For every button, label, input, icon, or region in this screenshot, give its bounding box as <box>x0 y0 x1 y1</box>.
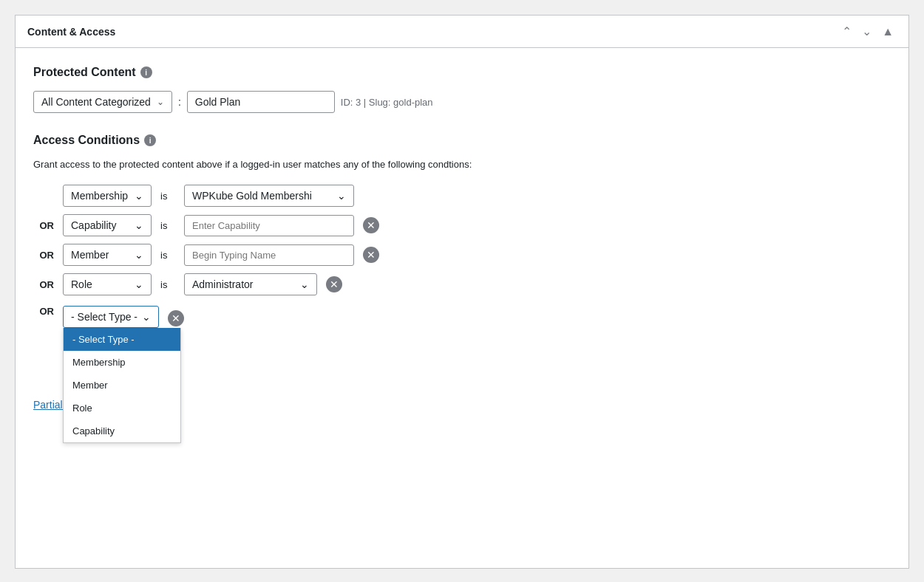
condition-row: OR Member ⌄ is ✕ <box>33 244 891 266</box>
panel-title: Content & Access <box>27 26 115 38</box>
slug-info: ID: 3 | Slug: gold-plan <box>341 97 433 108</box>
protected-content-section-title: Protected Content i <box>33 66 891 79</box>
plan-name-input[interactable] <box>187 91 335 113</box>
capability-chevron-icon: ⌄ <box>135 219 143 231</box>
is-label-4: is <box>160 279 175 290</box>
access-conditions-info-icon: i <box>144 134 156 146</box>
or-label-5: OR <box>33 306 54 317</box>
select-type-dropdown-container: - Select Type - ⌄ - Select Type - Member… <box>63 306 159 328</box>
member-value-input[interactable] <box>184 244 354 266</box>
is-label-1: is <box>160 191 175 202</box>
access-conditions-title: Access Conditions i <box>33 134 891 147</box>
dropdown-chevron-icon: ⌄ <box>157 97 164 107</box>
member-chevron-icon: ⌄ <box>135 249 143 261</box>
or-label-2: OR <box>33 220 54 231</box>
is-label-2: is <box>160 220 175 231</box>
dropdown-option-member[interactable]: Member <box>64 374 180 397</box>
select-type-chevron-icon: ⌄ <box>142 311 151 323</box>
grant-text: Grant access to the protected content ab… <box>33 159 891 170</box>
select-type-dropdown-menu: - Select Type - Membership Member Role C… <box>63 328 181 443</box>
add-condition-row: + <box>63 341 891 363</box>
colon-separator: : <box>178 96 181 108</box>
or-label-3: OR <box>33 250 54 261</box>
role-value-select[interactable]: Administrator ⌄ <box>184 273 317 295</box>
remove-capability-button[interactable]: ✕ <box>363 217 379 233</box>
member-type-select[interactable]: Member ⌄ <box>63 244 152 266</box>
membership-value-chevron-icon: ⌄ <box>337 190 346 202</box>
collapse-down-button[interactable]: ⌄ <box>859 23 874 40</box>
condition-row: OR - Select Type - ⌄ - Select Type - Mem… <box>33 306 891 328</box>
all-content-categorized-dropdown[interactable]: All Content Categorized ⌄ <box>33 91 172 113</box>
capability-value-input[interactable] <box>184 215 354 236</box>
is-label-3: is <box>160 250 175 261</box>
access-conditions-section: Access Conditions i Grant access to the … <box>33 134 891 411</box>
panel-body: Protected Content i All Content Categori… <box>16 48 908 428</box>
select-type-button[interactable]: - Select Type - ⌄ <box>63 306 159 328</box>
conditions-table: Membership ⌄ is WPKube Gold Membershi ⌄ … <box>33 185 891 328</box>
minimize-button[interactable]: ▲ <box>879 23 897 40</box>
dropdown-option-select-type[interactable]: - Select Type - <box>64 328 180 351</box>
condition-row: OR Capability ⌄ is ✕ <box>33 214 891 236</box>
remove-role-button[interactable]: ✕ <box>326 276 342 292</box>
protected-content-info-icon: i <box>140 66 152 78</box>
panel-header: Content & Access ⌃ ⌄ ▲ <box>16 16 908 48</box>
role-chevron-icon: ⌄ <box>135 278 143 290</box>
role-type-select[interactable]: Role ⌄ <box>63 273 152 295</box>
content-access-panel: Content & Access ⌃ ⌄ ▲ Protected Content… <box>15 15 909 569</box>
dropdown-option-membership[interactable]: Membership <box>64 351 180 374</box>
panel-controls: ⌃ ⌄ ▲ <box>839 23 897 40</box>
or-label-4: OR <box>33 279 54 290</box>
role-value-chevron-icon: ⌄ <box>300 278 309 290</box>
remove-member-button[interactable]: ✕ <box>363 247 379 263</box>
membership-value-select[interactable]: WPKube Gold Membershi ⌄ <box>184 185 354 207</box>
condition-row: Membership ⌄ is WPKube Gold Membershi ⌄ <box>33 185 891 207</box>
capability-type-select[interactable]: Capability ⌄ <box>63 214 152 236</box>
dropdown-option-capability[interactable]: Capability <box>64 420 180 442</box>
condition-row: OR Role ⌄ is Administrator ⌄ ✕ <box>33 273 891 295</box>
membership-chevron-icon: ⌄ <box>135 190 143 202</box>
dropdown-option-role[interactable]: Role <box>64 397 180 420</box>
remove-select-type-button[interactable]: ✕ <box>168 310 184 326</box>
membership-type-select[interactable]: Membership ⌄ <box>63 185 152 207</box>
protected-content-row: All Content Categorized ⌄ : ID: 3 | Slug… <box>33 91 891 113</box>
collapse-up-button[interactable]: ⌃ <box>839 23 855 40</box>
